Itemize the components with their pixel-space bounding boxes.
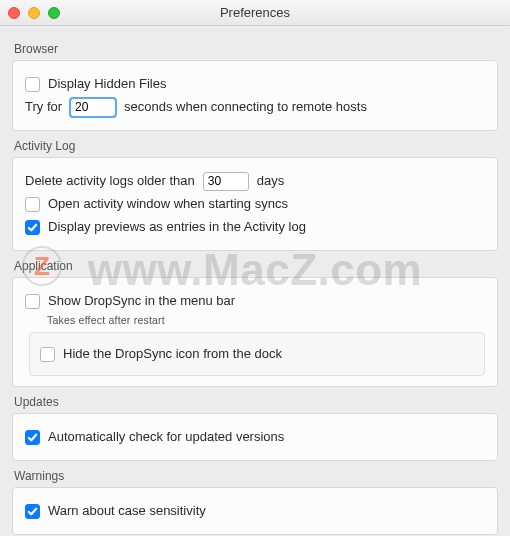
label-try-for-suffix: seconds when connecting to remote hosts bbox=[124, 97, 367, 117]
panel-activity: Delete activity logs older than days Ope… bbox=[12, 157, 498, 251]
section-label-updates: Updates bbox=[14, 395, 498, 409]
checkbox-auto-update[interactable] bbox=[25, 430, 40, 445]
label-show-menubar: Show DropSync in the menu bar bbox=[48, 291, 235, 311]
checkbox-display-previews[interactable] bbox=[25, 220, 40, 235]
input-older-days[interactable] bbox=[203, 172, 249, 191]
zoom-icon[interactable] bbox=[48, 7, 60, 19]
note-restart: Takes effect after restart bbox=[47, 314, 485, 326]
label-hide-dock: Hide the DropSync icon from the dock bbox=[63, 344, 282, 364]
label-older-prefix: Delete activity logs older than bbox=[25, 171, 195, 191]
checkbox-case-sensitivity[interactable] bbox=[25, 504, 40, 519]
label-try-for-prefix: Try for bbox=[25, 97, 62, 117]
minimize-icon[interactable] bbox=[28, 7, 40, 19]
section-label-activity: Activity Log bbox=[14, 139, 498, 153]
checkbox-hide-dock[interactable] bbox=[40, 347, 55, 362]
panel-browser: Display Hidden Files Try for seconds whe… bbox=[12, 60, 498, 131]
label-auto-update: Automatically check for updated versions bbox=[48, 427, 284, 447]
window-title: Preferences bbox=[0, 5, 510, 20]
panel-warnings: Warn about case sensitivity bbox=[12, 487, 498, 535]
label-display-previews: Display previews as entries in the Activ… bbox=[48, 217, 306, 237]
preferences-content: Browser Display Hidden Files Try for sec… bbox=[0, 26, 510, 536]
titlebar: Preferences bbox=[0, 0, 510, 26]
checkbox-open-activity-window[interactable] bbox=[25, 197, 40, 212]
label-older-suffix: days bbox=[257, 171, 284, 191]
panel-updates: Automatically check for updated versions bbox=[12, 413, 498, 461]
sub-panel-dock: Hide the DropSync icon from the dock bbox=[29, 332, 485, 376]
label-case-sensitivity: Warn about case sensitivity bbox=[48, 501, 206, 521]
panel-application: Show DropSync in the menu bar Takes effe… bbox=[12, 277, 498, 387]
section-label-application: Application bbox=[14, 259, 498, 273]
input-try-seconds[interactable] bbox=[70, 98, 116, 117]
close-icon[interactable] bbox=[8, 7, 20, 19]
label-display-hidden-files: Display Hidden Files bbox=[48, 74, 167, 94]
checkbox-display-hidden-files[interactable] bbox=[25, 77, 40, 92]
checkbox-show-menubar[interactable] bbox=[25, 294, 40, 309]
section-label-warnings: Warnings bbox=[14, 469, 498, 483]
window-controls bbox=[8, 7, 60, 19]
label-open-activity-window: Open activity window when starting syncs bbox=[48, 194, 288, 214]
section-label-browser: Browser bbox=[14, 42, 498, 56]
